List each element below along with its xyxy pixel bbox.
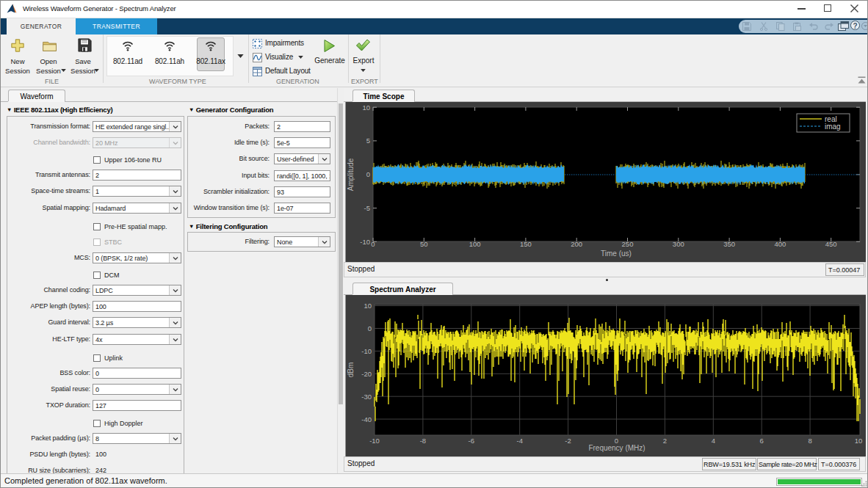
svg-text:10: 10: [364, 302, 372, 310]
svg-text:-20: -20: [361, 370, 372, 378]
svg-text:-5: -5: [364, 204, 370, 212]
svg-text:6: 6: [760, 437, 764, 445]
svg-text:0: 0: [371, 240, 375, 248]
svg-text:-10: -10: [360, 238, 370, 246]
svg-text:0: 0: [368, 324, 372, 332]
svg-text:10: 10: [362, 103, 370, 112]
svg-text:5: 5: [366, 136, 370, 145]
svg-text:-6: -6: [469, 437, 474, 445]
svg-text:dBm: dBm: [347, 363, 355, 378]
svg-text:-10: -10: [369, 437, 380, 445]
svg-text:300: 300: [673, 240, 684, 248]
svg-text:Time (us): Time (us): [601, 250, 632, 258]
svg-text:250: 250: [622, 240, 634, 248]
svg-text:10: 10: [855, 437, 863, 445]
svg-text:-30: -30: [361, 393, 372, 401]
svg-text:200: 200: [571, 240, 582, 248]
svg-text:150: 150: [520, 240, 532, 248]
svg-text:-10: -10: [361, 347, 372, 355]
svg-text:4: 4: [712, 437, 715, 445]
svg-text:8: 8: [808, 437, 811, 445]
svg-text:Frequency (MHz): Frequency (MHz): [588, 444, 645, 452]
svg-text:imag: imag: [825, 123, 841, 131]
svg-text:2: 2: [663, 437, 667, 445]
svg-text:400: 400: [774, 240, 786, 248]
svg-text:-4: -4: [516, 437, 522, 445]
svg-text:Amplitude: Amplitude: [347, 158, 355, 191]
svg-text:450: 450: [825, 240, 837, 248]
svg-text:-8: -8: [420, 437, 426, 445]
svg-text:350: 350: [723, 240, 735, 248]
svg-text:-2: -2: [565, 437, 571, 445]
svg-text:-40: -40: [361, 415, 372, 423]
svg-text:0: 0: [366, 170, 370, 178]
svg-text:100: 100: [469, 240, 481, 248]
svg-text:50: 50: [420, 240, 428, 248]
